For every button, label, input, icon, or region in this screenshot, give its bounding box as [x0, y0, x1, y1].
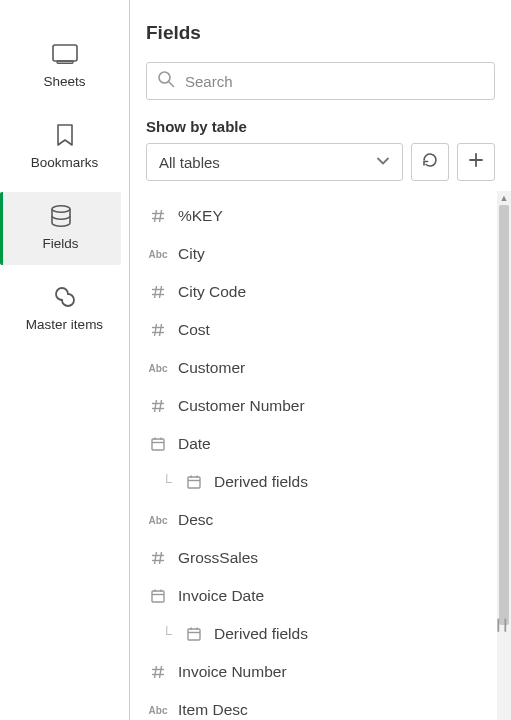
- dropdown-value: All tables: [159, 154, 220, 171]
- svg-line-22: [160, 400, 162, 412]
- svg-line-9: [155, 210, 157, 222]
- field-row[interactable]: └ Derived fields: [146, 463, 497, 501]
- svg-rect-23: [152, 439, 164, 450]
- tree-elbow-icon: └: [162, 474, 178, 490]
- master-items-icon: [53, 285, 77, 309]
- svg-point-3: [159, 72, 170, 83]
- field-label: Desc: [178, 511, 213, 529]
- field-label: GrossSales: [178, 549, 258, 567]
- field-row[interactable]: Cost: [146, 311, 497, 349]
- tables-dropdown[interactable]: All tables: [146, 143, 403, 181]
- date-type-icon: [146, 588, 170, 604]
- fields-icon: [50, 204, 72, 228]
- chevron-down-icon: [376, 154, 390, 171]
- scroll-grip-icon: ┃┃: [495, 623, 509, 627]
- sidebar: Sheets Bookmarks Fields Master items: [0, 0, 130, 720]
- number-type-icon: [146, 284, 170, 300]
- search-icon: [157, 70, 175, 92]
- date-type-icon: [182, 474, 206, 490]
- refresh-button[interactable]: [411, 143, 449, 181]
- svg-line-34: [160, 552, 162, 564]
- field-row[interactable]: Date: [146, 425, 497, 463]
- scroll-up-arrow[interactable]: ▲: [497, 191, 511, 205]
- number-type-icon: [146, 664, 170, 680]
- panel-title: Fields: [146, 22, 495, 44]
- svg-line-4: [169, 82, 174, 87]
- svg-line-21: [155, 400, 157, 412]
- field-label: Derived fields: [214, 625, 308, 643]
- add-button[interactable]: [457, 143, 495, 181]
- svg-rect-39: [188, 629, 200, 640]
- svg-rect-1: [57, 61, 73, 63]
- svg-line-46: [160, 666, 162, 678]
- text-type-icon: Abc: [146, 705, 170, 716]
- text-type-icon: Abc: [146, 249, 170, 260]
- field-label: Customer Number: [178, 397, 305, 415]
- field-label: Invoice Date: [178, 587, 264, 605]
- show-by-table-label: Show by table: [146, 118, 495, 135]
- field-label: Invoice Number: [178, 663, 287, 681]
- text-type-icon: Abc: [146, 363, 170, 374]
- sidebar-item-label: Bookmarks: [31, 155, 99, 170]
- sidebar-item-label: Fields: [42, 236, 78, 251]
- svg-line-18: [160, 324, 162, 336]
- sidebar-item-label: Sheets: [43, 74, 85, 89]
- svg-line-33: [155, 552, 157, 564]
- scroll-thumb[interactable]: [499, 205, 509, 625]
- scrollbar[interactable]: ▲ ┃┃: [497, 191, 511, 720]
- field-label: Customer: [178, 359, 245, 377]
- number-type-icon: [146, 322, 170, 338]
- sidebar-item-bookmarks[interactable]: Bookmarks: [8, 111, 121, 184]
- svg-rect-0: [53, 45, 77, 61]
- date-type-icon: [182, 626, 206, 642]
- main-panel: Fields Show by table All tables: [130, 0, 511, 720]
- sidebar-item-master-items[interactable]: Master items: [8, 273, 121, 346]
- svg-line-14: [160, 286, 162, 298]
- field-label: Derived fields: [214, 473, 308, 491]
- number-type-icon: [146, 208, 170, 224]
- sidebar-item-label: Master items: [26, 317, 103, 332]
- field-row[interactable]: Invoice Number: [146, 653, 497, 691]
- bookmarks-icon: [56, 123, 74, 147]
- field-row[interactable]: Customer Number: [146, 387, 497, 425]
- number-type-icon: [146, 550, 170, 566]
- svg-rect-27: [188, 477, 200, 488]
- field-label: %KEY: [178, 207, 223, 225]
- svg-line-10: [160, 210, 162, 222]
- refresh-icon: [421, 151, 439, 173]
- tree-elbow-icon: └: [162, 626, 178, 642]
- plus-icon: [468, 152, 484, 172]
- sidebar-item-sheets[interactable]: Sheets: [8, 30, 121, 103]
- field-list[interactable]: %KEY Abc City City Code Cost Abc Custome…: [130, 191, 497, 720]
- field-row[interactable]: Abc City: [146, 235, 497, 273]
- svg-line-13: [155, 286, 157, 298]
- field-row[interactable]: └ Derived fields: [146, 615, 497, 653]
- sidebar-item-fields[interactable]: Fields: [0, 192, 121, 265]
- field-row[interactable]: Invoice Date: [146, 577, 497, 615]
- field-row[interactable]: Abc Item Desc: [146, 691, 497, 720]
- field-row[interactable]: Abc Desc: [146, 501, 497, 539]
- svg-line-45: [155, 666, 157, 678]
- field-label: Date: [178, 435, 211, 453]
- field-row[interactable]: Abc Customer: [146, 349, 497, 387]
- field-label: City: [178, 245, 205, 263]
- search-box[interactable]: [146, 62, 495, 100]
- sheets-icon: [52, 42, 78, 66]
- field-row[interactable]: GrossSales: [146, 539, 497, 577]
- text-type-icon: Abc: [146, 515, 170, 526]
- svg-point-2: [52, 206, 70, 212]
- number-type-icon: [146, 398, 170, 414]
- field-label: Item Desc: [178, 701, 248, 719]
- field-label: City Code: [178, 283, 246, 301]
- field-row[interactable]: City Code: [146, 273, 497, 311]
- date-type-icon: [146, 436, 170, 452]
- field-row[interactable]: %KEY: [146, 197, 497, 235]
- field-label: Cost: [178, 321, 210, 339]
- search-input[interactable]: [183, 72, 484, 91]
- svg-rect-35: [152, 591, 164, 602]
- svg-line-17: [155, 324, 157, 336]
